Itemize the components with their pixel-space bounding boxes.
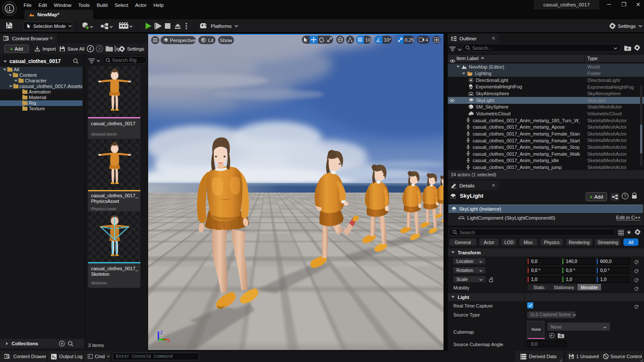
svg-text:Z: Z <box>160 330 163 335</box>
svg-text:Y: Y <box>163 338 166 343</box>
svg-text:X: X <box>167 338 170 343</box>
svg-text:?: ? <box>624 194 626 199</box>
